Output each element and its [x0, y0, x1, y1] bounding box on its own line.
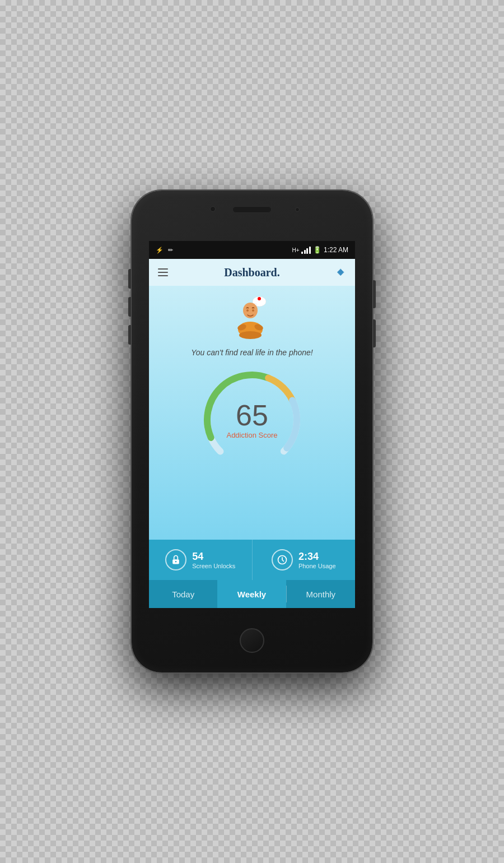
pencil-icon: ✏: [168, 247, 173, 254]
share-button[interactable]: ⯁: [336, 267, 346, 279]
gauge-label: Addiction Score: [226, 431, 277, 439]
hplus-icon: H+: [292, 247, 299, 253]
speaker: [232, 206, 272, 213]
time-display: 1:22 AM: [324, 246, 348, 254]
unlocks-number: 54: [192, 551, 235, 563]
phone-bottom-bezel: [240, 608, 264, 672]
battery-icon: 🔋: [313, 246, 321, 254]
stats-bar: 54 Screen Unlocks 2:34 Phone Usage: [149, 540, 355, 580]
time-tabs: Today Weekly Monthly: [149, 580, 355, 608]
sensor: [295, 207, 300, 212]
unlocks-description: Screen Unlocks: [192, 563, 235, 569]
phone-screen: ⚡ ✏ H+ 🔋 1:22 AM Dash: [149, 241, 355, 608]
menu-button[interactable]: [158, 268, 168, 276]
addiction-gauge: 65 Addiction Score: [196, 364, 308, 476]
app-header: Dashboard. ⯁: [149, 259, 355, 286]
front-camera: [210, 206, 216, 212]
clock-icon: [272, 549, 293, 570]
gauge-center: 65 Addiction Score: [226, 401, 277, 439]
home-button[interactable]: [240, 628, 264, 653]
status-bar: ⚡ ✏ H+ 🔋 1:22 AM: [149, 241, 355, 259]
app-content: You can't find real life in the phone! 6…: [149, 286, 355, 540]
app-title: Dashboard.: [224, 266, 279, 279]
lock-icon: [165, 549, 186, 570]
phone-usage-stat: 2:34 Phone Usage: [253, 540, 356, 580]
screen-unlocks-stat: 54 Screen Unlocks: [149, 540, 253, 580]
phone-top-bezel: [132, 191, 372, 241]
tab-today[interactable]: Today: [149, 580, 217, 608]
phone-usage-text: 2:34 Phone Usage: [298, 551, 336, 569]
tab-weekly[interactable]: Weekly: [217, 580, 286, 608]
svg-point-10: [239, 331, 262, 339]
screen-unlocks-text: 54 Screen Unlocks: [192, 551, 235, 569]
gauge-score: 65: [226, 401, 277, 430]
svg-point-5: [246, 309, 249, 312]
usage-number: 2:34: [298, 551, 336, 563]
svg-point-6: [252, 309, 254, 312]
signal-bars: [301, 246, 311, 254]
mascot-icon: [232, 295, 272, 346]
usb-icon: ⚡: [156, 247, 164, 254]
status-left-icons: ⚡ ✏: [156, 247, 173, 254]
svg-point-16: [175, 561, 177, 563]
tab-monthly[interactable]: Monthly: [287, 580, 355, 608]
status-right: H+ 🔋 1:22 AM: [292, 246, 348, 254]
phone-frame: ⚡ ✏ H+ 🔋 1:22 AM Dash: [132, 191, 372, 672]
usage-description: Phone Usage: [298, 563, 336, 569]
